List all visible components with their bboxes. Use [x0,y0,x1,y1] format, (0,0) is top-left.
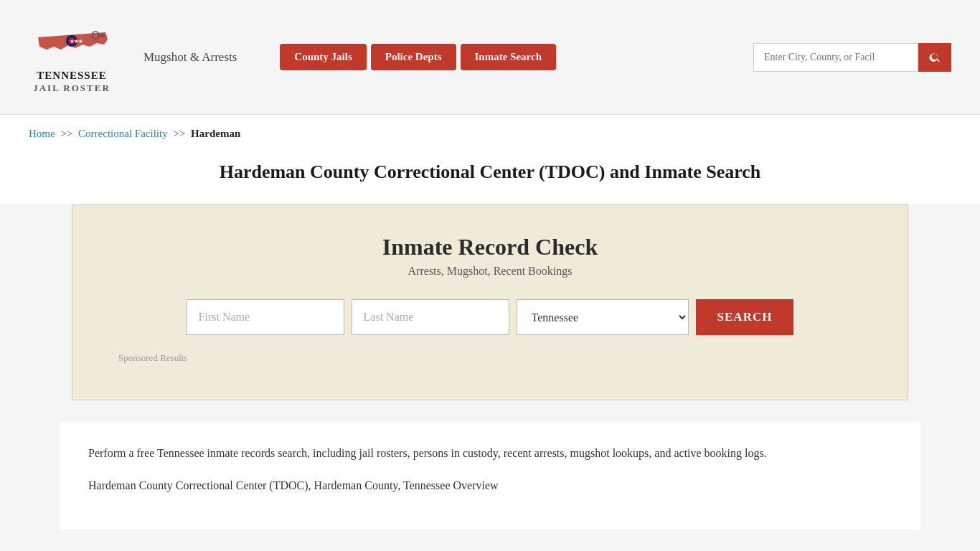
breadcrumb-sep1: >> [60,128,72,139]
police-depts-button[interactable]: Police Depts [371,44,456,70]
sponsored-label: Sponsored Results [116,352,864,364]
svg-text:★★★: ★★★ [70,39,83,44]
header-search-button[interactable] [918,43,951,72]
inmate-search-button[interactable]: SEARCH [696,299,794,335]
inmate-record-subtitle: Arrests, Mugshot, Recent Bookings [116,265,864,278]
breadcrumb-facility-link[interactable]: Correctional Facility [78,128,168,139]
page-content: Perform a free Tennessee inmate records … [60,422,920,529]
page-title-section: Hardeman County Correctional Center (TDO… [0,147,980,204]
nav-buttons: County Jails Police Depts Inmate Search [280,44,556,70]
page-title: Hardeman County Correctional Center (TDO… [29,161,951,183]
inmate-search-form: Tennessee Alabama Alaska Arizona Arkansa… [116,299,864,335]
logo-image: ★★★ [32,19,111,66]
site-logo[interactable]: ★★★ TENNESSEE JAIL ROSTER [29,19,115,95]
first-name-input[interactable] [187,299,344,335]
site-header: ★★★ TENNESSEE JAIL ROSTER Mugshot & Arre… [0,0,980,115]
county-jails-button[interactable]: County Jails [280,44,366,70]
content-para1: Perform a free Tennessee inmate records … [88,443,892,463]
header-search-area [753,43,951,72]
inmate-record-title: Inmate Record Check [116,234,864,260]
inmate-search-box: Inmate Record Check Arrests, Mugshot, Re… [72,204,908,400]
search-icon [928,51,941,64]
header-search-input[interactable] [753,43,918,72]
breadcrumb: Home >> Correctional Facility >> Hardema… [0,115,980,147]
content-para2: Hardeman County Correctional Center (TDO… [88,476,892,495]
breadcrumb-home-link[interactable]: Home [29,128,55,139]
logo-text: TENNESSEE JAIL ROSTER [33,69,110,95]
breadcrumb-current: Hardeman [191,128,240,139]
breadcrumb-sep2: >> [173,128,185,139]
last-name-input[interactable] [352,299,509,335]
mugshot-nav-link[interactable]: Mugshot & Arrests [143,50,237,65]
inmate-search-button[interactable]: Inmate Search [461,44,556,70]
state-select[interactable]: Tennessee Alabama Alaska Arizona Arkansa… [517,299,689,335]
